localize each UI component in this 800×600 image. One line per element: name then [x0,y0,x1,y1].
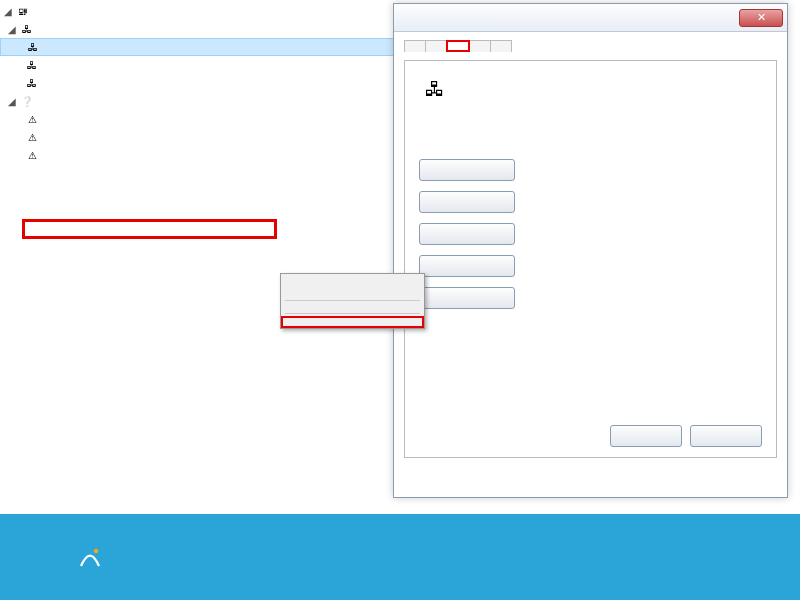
tab-details[interactable] [469,40,491,52]
properties-dialog: ✕ 🖧 [393,3,788,498]
rollback-driver-button[interactable] [419,223,515,245]
annotation-box-1 [22,219,277,239]
menu-scan[interactable] [281,303,424,311]
device-tree: ◢ 🖳 ◢ 🖧 🖧 🖧 🖧 ◢ ❔ ⚠ ⚠ ⚠ [0,0,400,500]
collapse-icon[interactable]: ◢ [6,24,17,35]
menu-update-driver[interactable] [281,274,424,282]
dialog-titlebar[interactable]: ✕ [394,4,787,32]
network-adapter-icon: 🖧 [24,75,40,91]
menu-enable[interactable] [281,282,424,290]
logo [0,542,180,572]
close-icon: ✕ [757,11,766,24]
tree-item[interactable]: 🖧 [0,74,400,92]
tab-general[interactable] [404,40,426,52]
enable-button[interactable] [419,255,515,277]
context-menu [280,273,425,329]
svg-point-0 [94,549,99,554]
tree-item[interactable]: ⚠ [0,146,400,164]
warning-icon: ⚠ [24,111,40,127]
network-adapter-icon: 🖧 [25,39,41,55]
menu-uninstall[interactable] [281,290,424,298]
computer-icon: 🖳 [15,3,31,19]
network-adapter-icon: 🖧 [24,57,40,73]
tree-root[interactable]: ◢ 🖳 [0,2,400,20]
tab-content: 🖧 [404,60,777,458]
network-device-icon: 🖧 [419,73,451,105]
tab-driver[interactable] [446,40,470,52]
network-icon: 🖧 [19,21,35,37]
driver-details-button[interactable] [419,159,515,181]
tree-item[interactable]: 🖧 [0,56,400,74]
tree-item[interactable]: ⚠ [0,110,400,128]
tree-item[interactable]: ⚠ [0,128,400,146]
collapse-icon[interactable]: ◢ [6,96,17,107]
other-icon: ❔ [19,93,35,109]
uninstall-button[interactable] [419,287,515,309]
warning-icon: ⚠ [24,147,40,163]
close-button[interactable]: ✕ [739,9,783,27]
cancel-button[interactable] [690,425,762,447]
dialog-body: 🖧 [394,32,787,466]
update-driver-button[interactable] [419,191,515,213]
tab-resources[interactable] [490,40,512,52]
warning-icon: ⚠ [24,129,40,145]
tree-category-network[interactable]: ◢ 🖧 [0,20,400,38]
tree-category-other[interactable]: ◢ ❔ [0,92,400,110]
ok-button[interactable] [610,425,682,447]
tree-item-broadcom[interactable]: 🖧 [0,38,400,56]
menu-properties[interactable] [281,316,424,328]
collapse-icon[interactable]: ◢ [2,6,13,17]
menu-separator [285,313,420,314]
brand-footer [0,514,800,600]
tab-advanced[interactable] [425,40,447,52]
dialog-tabs [404,40,777,52]
logo-icon [75,542,105,572]
menu-separator [285,300,420,301]
